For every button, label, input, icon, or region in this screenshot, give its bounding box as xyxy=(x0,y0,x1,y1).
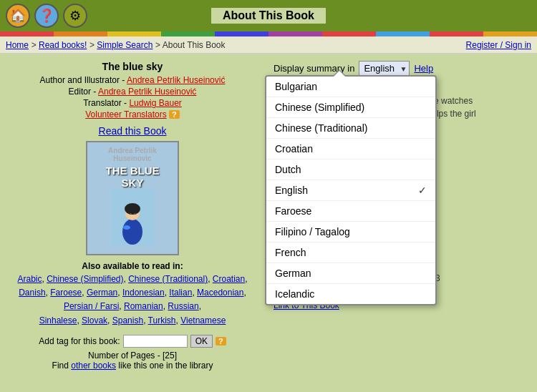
breadcrumb: Home > Read books! > Simple Search > Abo… xyxy=(6,39,226,50)
dropdown-item-chinese-traditional[interactable]: Chinese (Traditional) xyxy=(266,118,435,139)
language-dropdown: Bulgarian Chinese (Simplified) Chinese (… xyxy=(265,75,437,305)
dropdown-item-french[interactable]: French xyxy=(266,242,435,263)
pages-label: Number of Pages - [25] xyxy=(88,351,177,361)
breadcrumb-current: About This Book xyxy=(163,40,226,50)
lang-vietnamese[interactable]: Vietnamese xyxy=(180,315,226,325)
add-tag-row: Add tag for this book: OK ? xyxy=(11,335,253,348)
breadcrumb-read-books[interactable]: Read books! xyxy=(39,40,87,50)
lang-sinhalese[interactable]: Sinhalese xyxy=(39,315,77,325)
author-line: Author and Illustrator - Andrea Petrlik … xyxy=(11,75,253,85)
summary-help-link[interactable]: Help xyxy=(414,63,433,74)
color-strip xyxy=(0,31,537,36)
display-summary-row: Display summary in English ▼ Help xyxy=(274,61,528,76)
lang-romanian[interactable]: Romanian xyxy=(124,301,163,311)
language-select-container: English ▼ xyxy=(359,61,410,76)
volunteer-line: Volunteer Translators ? xyxy=(11,109,253,119)
dropdown-item-croatian[interactable]: Croatian xyxy=(266,139,435,160)
left-panel: The blue sky Author and Illustrator - An… xyxy=(0,54,265,391)
dropdown-item-bulgarian[interactable]: Bulgarian xyxy=(266,77,435,97)
editor-link[interactable]: Andrea Petrlik Huseinović xyxy=(98,87,196,97)
svg-point-1 xyxy=(122,219,142,245)
breadcrumb-home[interactable]: Home xyxy=(6,40,29,50)
lang-chinese-simplified[interactable]: Chinese (Simplified) xyxy=(47,274,123,284)
book-cover-inner: Andrea Petrlik Huseinovic THE BLUESKY xyxy=(87,142,178,254)
lang-turkish[interactable]: Turkish xyxy=(148,315,176,325)
author-link[interactable]: Andrea Petrlik Huseinović xyxy=(127,75,225,85)
dropdown-item-faroese[interactable]: Faroese xyxy=(266,201,435,222)
lang-faroese[interactable]: Faroese xyxy=(50,288,82,298)
translator-link[interactable]: Ludwig Bauer xyxy=(129,98,181,108)
cover-title: THE BLUESKY xyxy=(106,165,160,189)
dropdown-arrow xyxy=(332,69,347,77)
dropdown-item-german[interactable]: German xyxy=(266,263,435,284)
add-tag-input[interactable] xyxy=(123,335,188,348)
dropdown-item-chinese-simplified[interactable]: Chinese (Simplified) xyxy=(266,97,435,118)
book-title: The blue sky xyxy=(11,61,253,72)
dropdown-item-english[interactable]: English ✓ xyxy=(266,180,435,201)
lang-persian[interactable]: Persian / Farsi xyxy=(64,301,119,311)
main-content: The blue sky Author and Illustrator - An… xyxy=(0,54,537,391)
translator-line: Translator - Ludwig Bauer xyxy=(11,98,253,108)
language-select[interactable]: English xyxy=(359,61,410,76)
add-tag-help-badge: ? xyxy=(216,337,226,346)
editor-line: Editor - Andrea Petrlik Huseinović xyxy=(11,87,253,97)
lang-danish[interactable]: Danish xyxy=(19,288,45,298)
lang-slovak[interactable]: Slovak xyxy=(82,315,107,325)
also-available-label: Also available to read in: xyxy=(11,261,253,271)
home-icon[interactable]: 🏠 xyxy=(6,4,30,28)
cover-illustration xyxy=(111,189,154,246)
book-cover: Andrea Petrlik Huseinovic THE BLUESKY xyxy=(86,141,179,255)
selected-check-icon: ✓ xyxy=(418,185,427,196)
lang-arabic[interactable]: Arabic xyxy=(17,274,42,284)
read-book-link[interactable]: Read this Book xyxy=(99,125,167,137)
add-tag-button[interactable]: OK xyxy=(190,335,213,348)
register-signin-link[interactable]: Register / Sign in xyxy=(466,40,531,50)
settings-icon[interactable]: ⚙ xyxy=(63,4,87,28)
volunteer-help-badge: ? xyxy=(169,110,180,119)
read-link-container: Read this Book xyxy=(11,125,253,137)
lang-indonesian[interactable]: Indonesian xyxy=(122,288,165,298)
top-icons: 🏠 ❓ ⚙ xyxy=(6,4,87,28)
lang-spanish[interactable]: Spanish xyxy=(112,315,143,325)
svg-point-3 xyxy=(125,203,140,215)
breadcrumb-simple-search[interactable]: Simple Search xyxy=(97,40,153,50)
volunteer-link[interactable]: Volunteer Translators xyxy=(85,109,166,119)
lang-macedonian[interactable]: Macedonian xyxy=(197,288,243,298)
lang-german[interactable]: German xyxy=(87,288,117,298)
add-tag-label: Add tag for this book: xyxy=(39,336,120,346)
help-icon[interactable]: ❓ xyxy=(34,4,59,28)
nav-bar: Home > Read books! > Simple Search > Abo… xyxy=(0,36,537,54)
right-panel: Display summary in English ▼ Help Bulgar… xyxy=(265,54,537,391)
cover-author: Andrea Petrlik Huseinovic xyxy=(90,147,175,162)
nav-right: Register / Sign in xyxy=(466,39,531,50)
page-title: About This Book xyxy=(211,8,326,24)
lang-italian[interactable]: Italian xyxy=(169,288,192,298)
lang-russian[interactable]: Russian xyxy=(168,301,198,311)
dropdown-item-dutch[interactable]: Dutch xyxy=(266,160,435,180)
other-books-link[interactable]: other books xyxy=(71,361,116,371)
dropdown-item-icelandic[interactable]: Icelandic xyxy=(266,284,435,304)
top-bar: 🏠 ❓ ⚙ About This Book xyxy=(0,0,537,31)
dropdown-item-filipino[interactable]: Filipino / Tagalog xyxy=(266,222,435,242)
available-languages: Arabic, Chinese (Simplified), Chinese (T… xyxy=(11,273,253,328)
lang-chinese-traditional[interactable]: Chinese (Traditional) xyxy=(128,274,208,284)
lang-croatian[interactable]: Croatian xyxy=(213,274,245,284)
pages-info: Number of Pages - [25] Find other books … xyxy=(11,351,253,371)
